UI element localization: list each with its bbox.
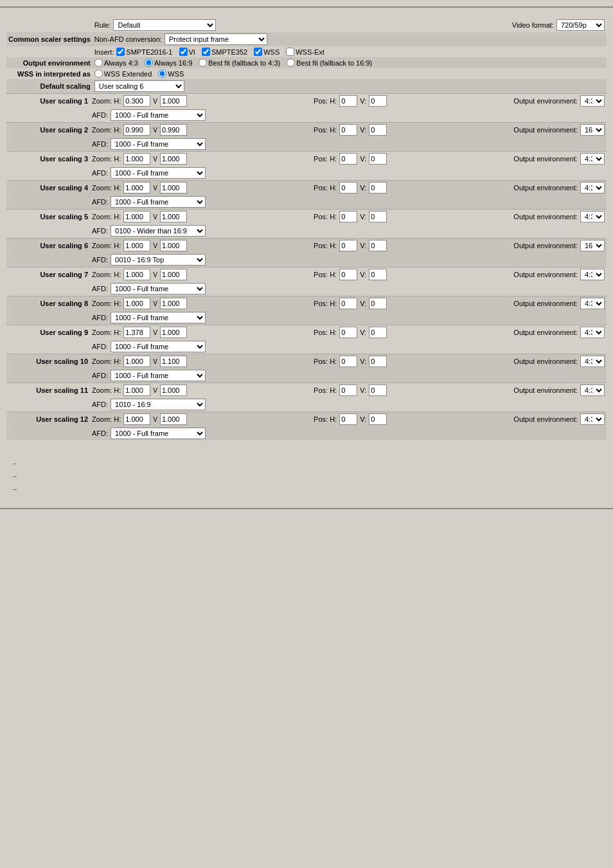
- pos-h-input-11[interactable]: [339, 384, 357, 396]
- pos-v-input-4[interactable]: [369, 182, 387, 194]
- pos-h-input-4[interactable]: [339, 182, 357, 194]
- wss-ext-checkbox-label[interactable]: WSS-Ext: [286, 48, 324, 56]
- output-env-select-9[interactable]: 4:3: [580, 327, 605, 338]
- zoom-v-input-12[interactable]: [160, 413, 187, 425]
- zoom-h-input-11[interactable]: [123, 384, 150, 396]
- pos-h-input-6[interactable]: [339, 240, 357, 251]
- afd-select-1[interactable]: 1000 - Full frame: [111, 109, 206, 121]
- zoom-h-input-5[interactable]: [123, 211, 150, 222]
- non-afd-select[interactable]: Protect input frame: [164, 33, 267, 45]
- zoom-v-input-6[interactable]: [160, 240, 187, 251]
- video-format-select[interactable]: 720/59p: [556, 19, 605, 31]
- wss-extended-radio[interactable]: [94, 69, 103, 78]
- pos-v-input-6[interactable]: [369, 240, 387, 251]
- zoom-h-input-1[interactable]: [123, 95, 150, 107]
- output-env-select-5[interactable]: 4:3: [580, 211, 605, 222]
- pos-v-input-5[interactable]: [369, 211, 387, 222]
- always-43-label[interactable]: Always 4:3: [94, 59, 138, 67]
- pos-v-input-2[interactable]: [369, 124, 387, 136]
- output-env-select-6[interactable]: 16:9: [580, 240, 605, 251]
- pos-v-input-12[interactable]: [369, 413, 387, 425]
- zoom-v-input-5[interactable]: [160, 211, 187, 222]
- output-env-select-1[interactable]: 4:3: [580, 95, 605, 107]
- zoom-h-input-7[interactable]: [123, 269, 150, 280]
- zoom-v-input-10[interactable]: [160, 356, 187, 367]
- output-env-select-12[interactable]: 4:3: [580, 413, 605, 425]
- best-fit-43-radio[interactable]: [199, 59, 207, 67]
- pos-v-input-8[interactable]: [369, 298, 387, 309]
- pos-h-input-3[interactable]: [339, 153, 357, 165]
- zoom-v-input-7[interactable]: [160, 269, 187, 280]
- afd-select-9[interactable]: 1000 - Full frame: [111, 341, 206, 352]
- zoom-v-input-1[interactable]: [160, 95, 187, 107]
- pos-h-input-7[interactable]: [339, 269, 357, 280]
- output-env-select-7[interactable]: 4:3: [580, 269, 605, 280]
- pos-h-input-5[interactable]: [339, 211, 357, 222]
- pos-h-input-10[interactable]: [339, 356, 357, 367]
- smpte2016-checkbox[interactable]: [116, 48, 125, 56]
- afd-select-10[interactable]: 1000 - Full frame: [111, 370, 206, 381]
- zoom-h-input-4[interactable]: [123, 182, 150, 194]
- zoom-v-input-3[interactable]: [160, 153, 187, 165]
- pos-v-input-7[interactable]: [369, 269, 387, 280]
- pos-v-input-11[interactable]: [369, 384, 387, 396]
- zoom-v-input-11[interactable]: [160, 384, 187, 396]
- always-169-radio[interactable]: [145, 59, 153, 67]
- zoom-h-input-3[interactable]: [123, 153, 150, 165]
- best-fit-43-label[interactable]: Best fit (fallback to 4:3): [199, 59, 280, 67]
- smpte352-checkbox[interactable]: [202, 48, 210, 56]
- best-fit-43-text: Best fit (fallback to 4:3): [208, 59, 280, 67]
- output-env-select-2[interactable]: 16:9: [580, 124, 605, 136]
- afd-select-12[interactable]: 1000 - Full frame: [111, 428, 206, 439]
- zoom-h-input-8[interactable]: [123, 298, 150, 309]
- pos-h-input-8[interactable]: [339, 298, 357, 309]
- output-env-select-11[interactable]: 4:3: [580, 384, 605, 396]
- zoom-v-input-2[interactable]: [160, 124, 187, 136]
- afd-select-11[interactable]: 1010 - 16:9: [111, 399, 206, 410]
- vi-checkbox-label[interactable]: VI: [179, 48, 195, 56]
- afd-select-5[interactable]: 0100 - Wider than 16:9: [111, 225, 206, 237]
- wss-only-label[interactable]: WSS: [158, 69, 184, 78]
- wss-label-cell: WSS in interpreted as: [6, 68, 93, 79]
- zoom-h-input-9[interactable]: [123, 327, 150, 338]
- output-env-select-8[interactable]: 4:3: [580, 298, 605, 309]
- always-43-radio[interactable]: [94, 59, 103, 67]
- wss-extended-label[interactable]: WSS Extended: [94, 69, 152, 78]
- best-fit-169-label[interactable]: Best fit (fallback to 16:9): [287, 59, 372, 67]
- pos-v-input-10[interactable]: [369, 356, 387, 367]
- pos-h-input-1[interactable]: [339, 95, 357, 107]
- wss-checkbox[interactable]: [254, 48, 262, 56]
- zoom-h-input-12[interactable]: [123, 413, 150, 425]
- zoom-v-input-8[interactable]: [160, 298, 187, 309]
- zoom-v-input-4[interactable]: [160, 182, 187, 194]
- afd-select-8[interactable]: 1000 - Full frame: [111, 312, 206, 323]
- always-169-label[interactable]: Always 16:9: [145, 59, 192, 67]
- vi-checkbox[interactable]: [179, 48, 188, 56]
- pos-h-input-9[interactable]: [339, 327, 357, 338]
- pos-v-input-3[interactable]: [369, 153, 387, 165]
- smpte2016-checkbox-label[interactable]: SMPTE2016-1: [116, 48, 172, 56]
- zoom-h-input-2[interactable]: [123, 124, 150, 136]
- zoom-v-input-9[interactable]: [160, 327, 187, 338]
- afd-select-3[interactable]: 1000 - Full frame: [111, 167, 206, 179]
- output-env-select-3[interactable]: 4:3: [580, 153, 605, 165]
- default-scaling-select[interactable]: User scaling 6: [94, 80, 184, 92]
- zoom-h-input-6[interactable]: [123, 240, 150, 251]
- afd-select-6[interactable]: 0010 - 16:9 Top: [111, 254, 206, 266]
- smpte352-checkbox-label[interactable]: SMPTE352: [202, 48, 247, 56]
- zoom-h-input-10[interactable]: [123, 356, 150, 367]
- rule-select[interactable]: Default: [113, 19, 216, 31]
- pos-h-input-12[interactable]: [339, 413, 357, 425]
- wss-ext-checkbox[interactable]: [286, 48, 294, 56]
- output-env-select-4[interactable]: 4:3: [580, 182, 605, 194]
- pos-v-input-1[interactable]: [369, 95, 387, 107]
- afd-select-2[interactable]: 1000 - Full frame: [111, 138, 206, 150]
- output-env-select-10[interactable]: 4:3: [580, 356, 605, 367]
- pos-v-input-9[interactable]: [369, 327, 387, 338]
- wss-only-radio[interactable]: [158, 69, 166, 78]
- pos-h-input-2[interactable]: [339, 124, 357, 136]
- afd-select-7[interactable]: 1000 - Full frame: [111, 283, 206, 294]
- wss-checkbox-label[interactable]: WSS: [254, 48, 280, 56]
- afd-select-4[interactable]: 1000 - Full frame: [111, 196, 206, 208]
- best-fit-169-radio[interactable]: [287, 59, 295, 67]
